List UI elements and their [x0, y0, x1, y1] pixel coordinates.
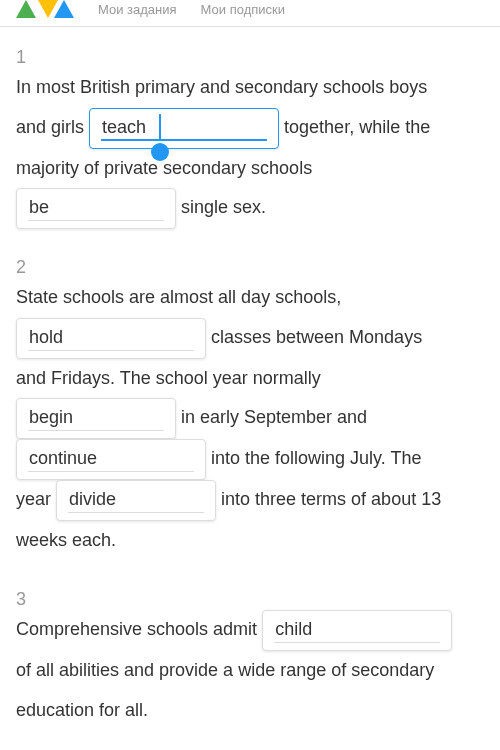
exercise-content: 1 In most British primary and secondary …	[0, 27, 500, 750]
logo-icon	[16, 0, 74, 18]
question-body: State schools are almost all day schools…	[16, 278, 456, 561]
question-number: 3	[16, 589, 40, 610]
text-segment: Comprehensive schools admit	[16, 619, 257, 639]
blank-input-wrapper	[89, 108, 279, 149]
question-number: 2	[16, 257, 40, 278]
blank-input-wrapper	[16, 439, 206, 480]
question-body: In most British primary and secondary sc…	[16, 68, 456, 229]
header: Мои задания Мои подписки	[0, 0, 500, 27]
blank-input-wrapper	[16, 398, 176, 439]
blank-continue[interactable]	[16, 439, 206, 480]
text-segment: single sex.	[181, 197, 266, 217]
blank-begin[interactable]	[16, 398, 176, 439]
caret-handle-icon	[151, 143, 169, 161]
blank-input-wrapper	[262, 610, 452, 651]
blank-teach[interactable]	[89, 108, 279, 149]
blank-hold[interactable]	[16, 318, 206, 359]
blank-be[interactable]	[16, 188, 176, 229]
question-1: 1 In most British primary and secondary …	[16, 47, 484, 229]
nav-my-subscriptions[interactable]: Мои подписки	[201, 2, 285, 17]
blank-input-wrapper	[56, 480, 216, 521]
question-number: 1	[16, 47, 40, 68]
blank-input-wrapper	[16, 318, 206, 359]
blank-divide[interactable]	[56, 480, 216, 521]
blank-input-wrapper	[16, 188, 176, 229]
question-3: 3 Comprehensive schools admit of all abi…	[16, 589, 484, 730]
question-body: Comprehensive schools admit of all abili…	[16, 610, 456, 730]
text-segment: of all abilities and provide a wide rang…	[16, 660, 434, 720]
nav-my-tasks[interactable]: Мои задания	[98, 2, 177, 17]
question-2: 2 State schools are almost all day schoo…	[16, 257, 484, 561]
text-segment: in early September and	[181, 408, 367, 428]
text-segment: State schools are almost all day schools…	[16, 287, 341, 307]
blank-child[interactable]	[262, 610, 452, 651]
caret-icon	[159, 114, 161, 140]
